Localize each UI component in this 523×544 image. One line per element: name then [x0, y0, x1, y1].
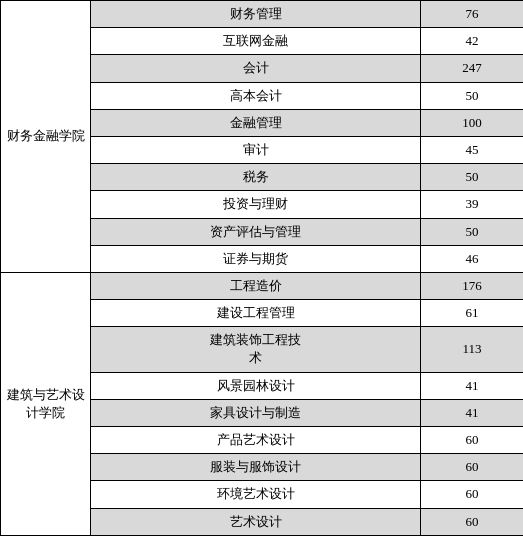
major-cell: 工程造价 — [91, 272, 421, 299]
num-cell: 42 — [421, 28, 524, 55]
num-cell: 50 — [421, 218, 524, 245]
major-cell: 证券与期货 — [91, 245, 421, 272]
num-cell: 46 — [421, 245, 524, 272]
num-cell: 247 — [421, 55, 524, 82]
major-cell: 财务管理 — [91, 1, 421, 28]
major-cell: 服装与服饰设计 — [91, 454, 421, 481]
num-cell: 60 — [421, 481, 524, 508]
major-cell: 家具设计与制造 — [91, 399, 421, 426]
num-cell: 60 — [421, 427, 524, 454]
major-cell: 建筑装饰工程技术 — [91, 327, 421, 372]
num-cell: 76 — [421, 1, 524, 28]
num-cell: 39 — [421, 191, 524, 218]
major-cell: 高本会计 — [91, 82, 421, 109]
school-cell: 建筑与艺术设计学院 — [1, 272, 91, 535]
num-cell: 100 — [421, 109, 524, 136]
major-cell: 建设工程管理 — [91, 300, 421, 327]
table-row: 财务金融学院财务管理76 — [1, 1, 524, 28]
num-cell: 61 — [421, 300, 524, 327]
main-table: 财务金融学院财务管理76互联网金融42会计247高本会计50金融管理100审计4… — [0, 0, 523, 536]
num-cell: 50 — [421, 82, 524, 109]
major-cell: 金融管理 — [91, 109, 421, 136]
major-cell: 资产评估与管理 — [91, 218, 421, 245]
num-cell: 176 — [421, 272, 524, 299]
num-cell: 41 — [421, 372, 524, 399]
school-cell: 财务金融学院 — [1, 1, 91, 273]
major-cell: 产品艺术设计 — [91, 427, 421, 454]
major-cell: 艺术设计 — [91, 508, 421, 535]
num-cell: 45 — [421, 136, 524, 163]
major-cell: 环境艺术设计 — [91, 481, 421, 508]
major-cell: 税务 — [91, 164, 421, 191]
table-row: 建筑与艺术设计学院工程造价176 — [1, 272, 524, 299]
num-cell: 50 — [421, 164, 524, 191]
major-cell: 投资与理财 — [91, 191, 421, 218]
major-cell: 审计 — [91, 136, 421, 163]
num-cell: 41 — [421, 399, 524, 426]
num-cell: 60 — [421, 454, 524, 481]
major-cell: 互联网金融 — [91, 28, 421, 55]
major-cell: 会计 — [91, 55, 421, 82]
major-cell: 风景园林设计 — [91, 372, 421, 399]
num-cell: 60 — [421, 508, 524, 535]
num-cell: 113 — [421, 327, 524, 372]
table-wrapper: 财务金融学院财务管理76互联网金融42会计247高本会计50金融管理100审计4… — [0, 0, 523, 536]
